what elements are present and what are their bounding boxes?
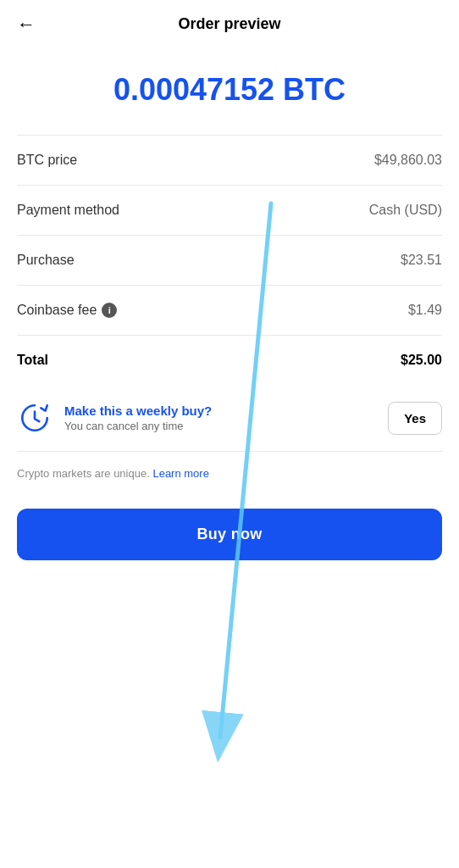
weekly-buy-text: Make this a weekly buy? You can cancel a… (64, 403, 376, 432)
btc-price-label: BTC price (17, 153, 77, 168)
btc-amount-section: 0.00047152 BTC (0, 48, 459, 135)
details-section: BTC price $49,860.03 Payment method Cash… (0, 136, 459, 385)
page-title: Order preview (178, 15, 280, 33)
header: ← Order preview (0, 0, 459, 48)
disclaimer: Crypto markets are unique. Learn more (0, 452, 459, 495)
buy-now-section: Buy now (0, 495, 459, 586)
weekly-buy-section: Make this a weekly buy? You can cancel a… (17, 385, 442, 452)
disclaimer-text: Crypto markets are unique. (17, 467, 150, 480)
btc-price-row: BTC price $49,860.03 (17, 136, 442, 186)
coinbase-fee-label: Coinbase fee i (17, 303, 117, 318)
total-value: $25.00 (401, 353, 442, 368)
purchase-value: $23.51 (401, 253, 442, 268)
btc-amount: 0.00047152 BTC (17, 72, 442, 108)
total-label: Total (17, 353, 48, 368)
info-icon[interactable]: i (102, 303, 117, 318)
payment-method-value: Cash (USD) (369, 203, 442, 218)
coinbase-fee-row: Coinbase fee i $1.49 (17, 286, 442, 336)
purchase-row: Purchase $23.51 (17, 236, 442, 286)
back-button[interactable]: ← (17, 14, 36, 36)
btc-price-value: $49,860.03 (374, 153, 442, 168)
weekly-buy-title: Make this a weekly buy? (64, 403, 376, 418)
total-row: Total $25.00 (17, 336, 442, 385)
coinbase-fee-value: $1.49 (408, 303, 442, 318)
recur-icon (17, 400, 53, 436)
learn-more-link[interactable]: Learn more (152, 467, 208, 480)
payment-method-label: Payment method (17, 203, 119, 218)
purchase-label: Purchase (17, 253, 75, 268)
payment-method-row: Payment method Cash (USD) (17, 186, 442, 236)
buy-now-button[interactable]: Buy now (17, 509, 442, 560)
weekly-buy-subtitle: You can cancel any time (64, 420, 376, 432)
yes-button[interactable]: Yes (388, 402, 442, 435)
